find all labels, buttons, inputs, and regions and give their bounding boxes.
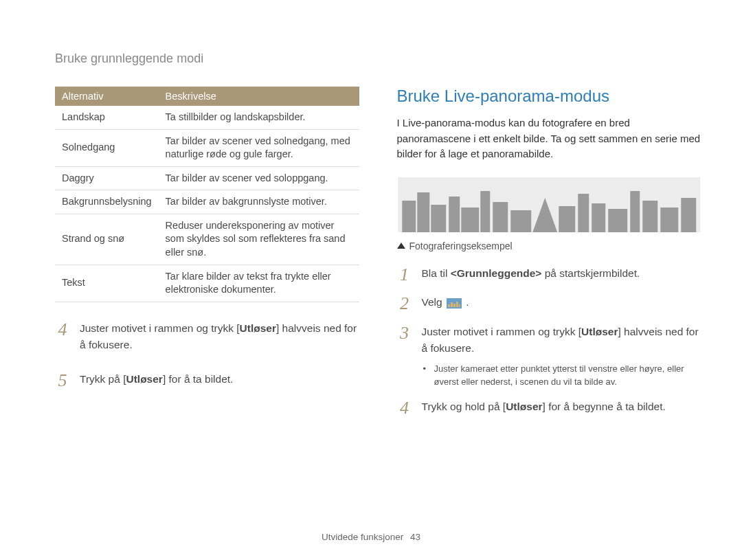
text: Trykk og hold på [ — [422, 401, 506, 412]
svg-rect-20 — [451, 302, 453, 307]
text: Trykk på [ — [80, 373, 126, 385]
svg-rect-8 — [510, 210, 531, 232]
svg-rect-12 — [592, 203, 605, 232]
text: Bla til — [422, 267, 451, 279]
cell-opt: Tekst — [55, 265, 159, 302]
step-text: Velg . — [422, 294, 469, 314]
breadcrumb: Bruke grunnleggende modi — [55, 52, 701, 66]
svg-rect-6 — [480, 191, 490, 232]
step-4: 4 Juster motivet i rammen og trykk [Utlø… — [55, 320, 359, 353]
page-number: 43 — [410, 532, 420, 542]
table-row: Strand og snøReduser undereksponering av… — [55, 214, 359, 265]
rstep-3: 3 Juster motivet i rammen og trykk [Utlø… — [397, 324, 701, 389]
step-5: 5 Trykk på [Utløser] for å ta bildet. — [55, 371, 359, 391]
svg-rect-23 — [459, 304, 460, 307]
bold-text: Utløser — [126, 373, 162, 385]
cell-desc: Tar bilder av scener ved soloppgang. — [159, 166, 359, 190]
text: ] for å ta bildet. — [163, 373, 234, 385]
cell-opt: Solnedgang — [55, 129, 159, 166]
svg-rect-15 — [642, 201, 657, 232]
cell-desc: Reduser undereksponering av motiver som … — [159, 214, 359, 265]
intro-text: I Live-panorama-modus kan du fotografere… — [397, 115, 701, 162]
cell-opt: Bakgrunnsbelysning — [55, 190, 159, 214]
text: Juster motivet i rammen og trykk [ — [80, 322, 240, 334]
table-row: TekstTar klare bilder av tekst fra trykt… — [55, 265, 359, 302]
svg-rect-14 — [630, 191, 640, 232]
panorama-example-image — [397, 177, 701, 232]
svg-rect-1 — [402, 201, 416, 232]
step-number: 5 — [55, 371, 70, 391]
svg-rect-4 — [449, 197, 460, 232]
step-subtext: Juster kameraet etter punktet ytterst ti… — [422, 362, 701, 389]
step-text: Trykk på [Utløser] for å ta bildet. — [80, 371, 233, 391]
svg-rect-17 — [681, 198, 696, 232]
text: på startskjermbildet. — [541, 267, 640, 279]
pano-caption: Fotograferingseksempel — [397, 240, 701, 251]
table-row: BakgrunnsbelysningTar bilder av bakgrunn… — [55, 190, 359, 214]
bold-text: Utløser — [240, 322, 276, 334]
svg-rect-21 — [453, 304, 456, 307]
svg-rect-7 — [493, 202, 508, 232]
bold-text: <Grunnleggende> — [451, 267, 542, 279]
triangle-up-icon — [397, 243, 405, 249]
step-number: 4 — [55, 320, 70, 353]
step-number: 1 — [397, 265, 412, 285]
table-row: DaggryTar bilder av scener ved soloppgan… — [55, 166, 359, 190]
svg-rect-22 — [456, 302, 458, 307]
table-row: LandskapTa stillbilder og landskapsbilde… — [55, 106, 359, 129]
text: . — [466, 296, 469, 308]
panorama-mode-icon — [447, 298, 462, 309]
cell-desc: Tar klare bilder av tekst fra trykte ell… — [159, 265, 359, 302]
footer-section: Utvidede funksjoner — [322, 532, 403, 542]
cell-opt: Landskap — [55, 106, 159, 129]
step-number: 2 — [397, 294, 412, 314]
caption-text: Fotograferingseksempel — [409, 240, 513, 251]
cell-desc: Tar bilder av scener ved solnedgang, med… — [159, 129, 359, 166]
svg-rect-5 — [461, 208, 479, 232]
step-number: 3 — [397, 324, 412, 389]
text: Juster motivet i rammen og trykk [ — [422, 326, 582, 337]
step-text: Bla til <Grunnleggende> på startskjermbi… — [422, 265, 640, 285]
cell-opt: Daggry — [55, 166, 159, 190]
rstep-4: 4 Trykk og hold på [Utløser] for å begyn… — [397, 399, 701, 418]
svg-rect-10 — [559, 206, 575, 232]
text: Velg — [422, 296, 445, 308]
rstep-2: 2 Velg . — [397, 294, 701, 314]
step-number: 4 — [397, 399, 412, 418]
section-title: Bruke Live-panorama-modus — [397, 87, 701, 106]
cell-desc: Tar bilder av bakgrunnslyste motiver. — [159, 190, 359, 214]
page-footer: Utvidede funksjoner 43 — [0, 532, 742, 542]
cell-desc: Ta stillbilder og landskapsbilder. — [159, 106, 359, 129]
svg-rect-16 — [660, 208, 678, 232]
cell-opt: Strand og snø — [55, 214, 159, 265]
th-description: Beskrivelse — [159, 87, 359, 106]
svg-rect-19 — [448, 304, 450, 307]
options-table: Alternativ Beskrivelse LandskapTa stillb… — [55, 87, 359, 302]
step-text: Juster motivet i rammen og trykk [Utløse… — [422, 324, 701, 389]
table-row: SolnedgangTar bilder av scener ved solne… — [55, 129, 359, 166]
bold-text: Utløser — [506, 401, 542, 412]
svg-rect-2 — [417, 192, 429, 232]
svg-rect-11 — [578, 194, 589, 232]
svg-rect-13 — [608, 209, 627, 232]
svg-rect-3 — [431, 205, 446, 232]
bold-text: Utløser — [581, 326, 618, 337]
step-text: Juster motivet i rammen og trykk [Utløse… — [80, 320, 359, 353]
rstep-1: 1 Bla til <Grunnleggende> på startskjerm… — [397, 265, 701, 285]
th-option: Alternativ — [55, 87, 159, 106]
text: ] for å begynne å ta bildet. — [543, 401, 666, 412]
step-text: Trykk og hold på [Utløser] for å begynne… — [422, 399, 666, 418]
